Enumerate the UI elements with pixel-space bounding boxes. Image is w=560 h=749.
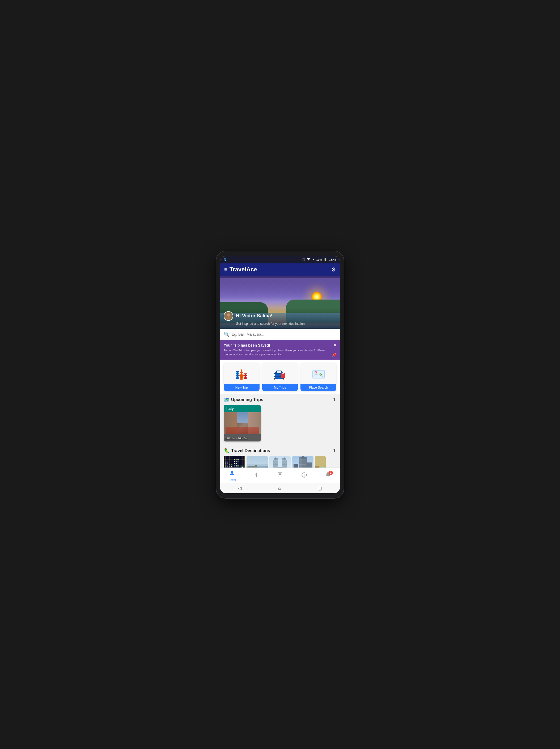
svg-rect-13	[238, 376, 239, 378]
app-header: ≡ TravelAce ⚙	[220, 263, 340, 276]
notification-banner: Your Trip has been Saved! Tap on 'My Tri…	[220, 340, 340, 360]
dest-city-night-img	[224, 456, 245, 467]
trips-row: Italy 19th Jun - 26th Jun	[224, 405, 336, 444]
nav-guide[interactable]	[250, 472, 263, 480]
svg-rect-98	[276, 461, 277, 462]
notification-title: Your Trip has been Saved!	[224, 343, 336, 347]
alerts-badge: 1	[329, 471, 333, 475]
battery-icon: 🔋	[323, 258, 327, 261]
svg-rect-6	[239, 375, 244, 376]
svg-rect-41	[226, 467, 226, 467]
recents-button[interactable]: ▢	[317, 485, 322, 491]
destinations-title-row: 🦜 Travel Destinations	[224, 448, 270, 454]
avatar	[224, 311, 233, 321]
hero-greeting: Hi Victor Saliba!	[224, 311, 336, 321]
svg-rect-59	[234, 463, 236, 464]
dest-street-img	[315, 456, 326, 467]
new-trip-icon-area	[224, 363, 260, 384]
wifi-icon	[307, 258, 311, 261]
svg-point-137	[279, 473, 281, 475]
vibrate-icon: 📳	[301, 258, 305, 261]
svg-rect-54	[236, 459, 237, 460]
system-nav: ◁ ⌂ ▢	[220, 483, 340, 493]
svg-rect-45	[231, 464, 232, 465]
upcoming-trips-expand[interactable]: ⬆	[332, 397, 336, 403]
new-trip-label: New Trip	[224, 384, 260, 391]
svg-point-25	[283, 378, 284, 380]
upcoming-trips-header: 🗺️ Upcoming Trips ⬆	[224, 397, 336, 403]
svg-rect-126	[325, 467, 326, 467]
destinations-row	[224, 456, 336, 467]
svg-rect-96	[278, 467, 282, 467]
place-search-card[interactable]: Place Search	[300, 363, 336, 391]
svg-rect-99	[283, 461, 284, 462]
search-bar[interactable]: 🔍	[220, 329, 340, 340]
trips-section-icon: 🗺️	[224, 397, 229, 403]
quick-actions: New Trip	[220, 360, 340, 394]
menu-button[interactable]: ≡	[224, 266, 227, 273]
settings-button[interactable]: ⚙	[331, 266, 336, 273]
app-title: TravelAce	[229, 266, 257, 273]
travel-destinations-section: 🦜 Travel Destinations ⬆	[220, 445, 340, 467]
svg-rect-60	[236, 463, 237, 464]
svg-rect-100	[285, 461, 286, 462]
svg-rect-16	[246, 374, 247, 375]
svg-rect-73	[269, 456, 291, 467]
nav-portal[interactable]: Portal	[226, 470, 239, 481]
destinations-icon: 🦜	[224, 448, 229, 454]
svg-rect-55	[238, 459, 239, 460]
dest-card-skyscraper[interactable]	[292, 456, 313, 467]
svg-rect-9	[238, 372, 239, 373]
svg-rect-125	[320, 467, 324, 467]
scroll-content[interactable]: Your Trip has been Saved! Tap on 'My Tri…	[220, 340, 340, 468]
svg-rect-65	[241, 466, 242, 467]
bottom-nav: Portal	[220, 468, 340, 483]
svg-point-1	[227, 313, 230, 317]
svg-rect-15	[244, 374, 245, 375]
svg-rect-38	[226, 463, 226, 464]
destinations-expand[interactable]: ⬆	[332, 448, 336, 454]
dest-towers-img	[269, 456, 291, 467]
trips-book-icon	[277, 472, 284, 480]
info-icon	[301, 472, 307, 480]
search-input[interactable]	[232, 332, 336, 337]
upcoming-trips-title: Upcoming Trips	[231, 398, 263, 402]
trip-card-italy[interactable]: Italy 19th Jun - 26th Jun	[224, 405, 261, 442]
clouds	[220, 278, 340, 300]
new-trip-icon	[234, 366, 249, 381]
back-button[interactable]: ◁	[238, 485, 242, 491]
upcoming-trips-section: 🗺️ Upcoming Trips ⬆ Italy	[220, 394, 340, 445]
notification-body: Tap on 'My Trips' to open your saved tri…	[224, 348, 336, 357]
status-bar: N 📳 ✕ 11% 🔋 13:46	[220, 256, 340, 263]
app-title-group: ≡ TravelAce	[224, 266, 257, 273]
notification-close-button[interactable]: ✕	[333, 343, 337, 348]
svg-rect-118	[299, 458, 302, 467]
svg-rect-39	[227, 463, 228, 464]
svg-rect-64	[240, 465, 244, 467]
status-right: 📳 ✕ 11% 🔋 13:46	[301, 258, 336, 261]
dest-card-city-night[interactable]	[224, 456, 245, 467]
greeting-text: Hi Victor Saliba!	[236, 313, 273, 319]
svg-point-135	[256, 473, 257, 474]
notification-pin-icon: 📌	[332, 352, 337, 358]
svg-rect-61	[234, 465, 236, 467]
svg-rect-90	[282, 464, 287, 465]
my-trips-card[interactable]: My Trips	[262, 363, 298, 391]
device-screen: N 📳 ✕ 11% 🔋 13:46	[220, 256, 340, 493]
svg-rect-62	[236, 465, 237, 467]
dest-card-street[interactable]	[315, 456, 326, 467]
svg-rect-21	[277, 371, 281, 373]
svg-rect-57	[236, 461, 237, 462]
new-trip-card[interactable]: New Trip	[224, 363, 260, 391]
svg-rect-80	[273, 466, 278, 466]
dest-card-towers[interactable]	[269, 456, 291, 467]
dest-card-coast[interactable]	[247, 456, 268, 467]
nav-trips[interactable]	[274, 472, 287, 480]
nav-alerts[interactable]: 1	[322, 472, 334, 480]
svg-rect-37	[227, 462, 228, 463]
nav-info[interactable]	[298, 472, 311, 480]
trip-date-range: 19th Jun - 26th Jun	[225, 437, 248, 440]
italy-sky	[237, 412, 248, 423]
dest-skyscraper-img	[292, 456, 313, 467]
home-button[interactable]: ⌂	[278, 485, 281, 491]
